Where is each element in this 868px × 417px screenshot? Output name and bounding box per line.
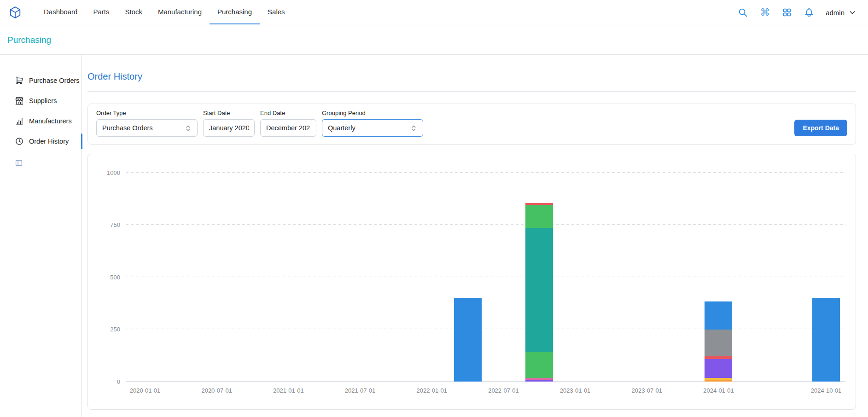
sidebar-item-order-history[interactable]: Order History bbox=[0, 131, 82, 151]
chart-bar-segment bbox=[705, 359, 732, 378]
x-axis-tick: 2024-10-01 bbox=[811, 387, 842, 394]
chart-bar[interactable] bbox=[454, 298, 482, 382]
x-axis-tick: 2020-07-01 bbox=[201, 387, 232, 394]
grouping-period-value: Quarterly bbox=[328, 124, 355, 132]
start-date-label: Start Date bbox=[203, 110, 255, 116]
tab-dashboard[interactable]: Dashboard bbox=[36, 0, 85, 24]
x-axis-tick: 2022-07-01 bbox=[488, 387, 519, 394]
select-chevrons-icon bbox=[410, 125, 417, 132]
building-store-icon bbox=[15, 96, 24, 105]
y-axis-tick: 1000 bbox=[107, 169, 120, 176]
command-spotlight-icon[interactable]: ⌘ bbox=[759, 7, 770, 18]
order-history-chart: 2020-01-012020-07-012021-01-012021-07-01… bbox=[96, 165, 847, 401]
grouping-period-field: Grouping Period Quarterly bbox=[322, 110, 423, 137]
navbar-actions: ⌘ admin bbox=[737, 7, 856, 18]
end-date-field: End Date bbox=[260, 110, 316, 137]
chart-bar-segment bbox=[525, 352, 553, 378]
chart-bar-segment bbox=[705, 301, 732, 330]
sidebar-item-label: Suppliers bbox=[29, 97, 57, 104]
end-date-input[interactable] bbox=[260, 119, 316, 137]
sidebar-item-label: Manufacturers bbox=[29, 117, 72, 125]
bar-chart-icon bbox=[15, 116, 24, 126]
chart-bar-segment bbox=[812, 298, 840, 382]
sidebar-item-manufacturers[interactable]: Manufacturers bbox=[0, 111, 82, 131]
sidebar-collapse-icon[interactable] bbox=[15, 159, 23, 167]
sidebar-item-purchase-orders[interactable]: Purchase Orders bbox=[0, 70, 82, 91]
tab-stock[interactable]: Stock bbox=[117, 0, 150, 24]
order-type-label: Order Type bbox=[96, 110, 198, 116]
export-data-button[interactable]: Export Data bbox=[794, 120, 847, 136]
order-type-field: Order Type Purchase Orders bbox=[96, 110, 198, 137]
y-axis-tick: 0 bbox=[117, 378, 120, 385]
x-axis-tick: 2022-01-01 bbox=[416, 387, 447, 394]
chart-bar[interactable] bbox=[525, 203, 553, 382]
x-axis-tick: 2020-01-01 bbox=[130, 387, 161, 394]
sidebar-item-suppliers[interactable]: Suppliers bbox=[0, 91, 82, 111]
section-divider bbox=[87, 91, 856, 92]
chart-bar-segment bbox=[454, 298, 482, 382]
notifications-bell-icon[interactable] bbox=[804, 7, 815, 18]
chevron-down-icon bbox=[849, 9, 856, 16]
chart-plot: 2020-01-012020-07-012021-01-012021-07-01… bbox=[126, 165, 845, 382]
shopping-cart-icon bbox=[15, 76, 24, 85]
filter-card: Order Type Purchase Orders Start Date En… bbox=[87, 104, 856, 145]
main-panel: Order History Order Type Purchase Orders… bbox=[82, 55, 868, 417]
chart-bar[interactable] bbox=[705, 301, 732, 382]
tab-parts[interactable]: Parts bbox=[85, 0, 117, 24]
x-axis-tick: 2021-07-01 bbox=[345, 387, 376, 394]
tab-sales[interactable]: Sales bbox=[260, 0, 293, 24]
chart-inner: 2020-01-012020-07-012021-01-012021-07-01… bbox=[145, 165, 826, 382]
search-icon[interactable] bbox=[737, 7, 748, 18]
end-date-label: End Date bbox=[260, 110, 316, 116]
grouping-period-label: Grouping Period bbox=[322, 110, 423, 116]
tab-manufacturing[interactable]: Manufacturing bbox=[150, 0, 210, 24]
x-axis-tick: 2023-07-01 bbox=[632, 387, 663, 394]
purchasing-sidebar: Purchase Orders Suppliers Manufacturers … bbox=[0, 55, 82, 417]
chart-bar-segment bbox=[705, 380, 732, 382]
order-type-value: Purchase Orders bbox=[102, 124, 153, 132]
breadcrumb-bar: Purchasing bbox=[0, 25, 868, 55]
y-axis-tick: 500 bbox=[110, 273, 120, 280]
start-date-input[interactable] bbox=[203, 119, 255, 137]
x-axis-tick: 2021-01-01 bbox=[273, 387, 304, 394]
chart-card: 2020-01-012020-07-012021-01-012021-07-01… bbox=[87, 154, 856, 410]
user-menu[interactable]: admin bbox=[826, 9, 856, 17]
app-logo[interactable] bbox=[8, 6, 22, 19]
barcode-scan-icon[interactable] bbox=[781, 7, 792, 18]
content-area: Purchase Orders Suppliers Manufacturers … bbox=[0, 55, 868, 417]
page-title: Order History bbox=[87, 71, 856, 82]
chart-bar-segment bbox=[705, 330, 732, 356]
chart-bar[interactable] bbox=[812, 298, 840, 382]
start-date-field: Start Date bbox=[203, 110, 255, 137]
x-axis-tick: 2023-01-01 bbox=[560, 387, 591, 394]
sidebar-item-label: Order History bbox=[29, 138, 69, 145]
breadcrumb[interactable]: Purchasing bbox=[7, 35, 51, 45]
username: admin bbox=[826, 9, 845, 17]
tab-purchasing[interactable]: Purchasing bbox=[210, 0, 260, 24]
chart-bar-segment bbox=[525, 380, 553, 382]
y-axis-tick: 750 bbox=[110, 221, 120, 228]
history-clock-icon bbox=[15, 137, 24, 146]
main-tabs: Dashboard Parts Stock Manufacturing Purc… bbox=[36, 0, 293, 25]
chart-bar-segment bbox=[525, 205, 553, 228]
select-chevrons-icon bbox=[185, 125, 192, 132]
grouping-period-select[interactable]: Quarterly bbox=[322, 119, 423, 137]
order-type-select[interactable]: Purchase Orders bbox=[96, 119, 198, 137]
chart-bar-segment bbox=[525, 228, 553, 352]
top-navbar: Dashboard Parts Stock Manufacturing Purc… bbox=[0, 0, 868, 25]
sidebar-item-label: Purchase Orders bbox=[29, 77, 80, 84]
x-axis-tick: 2024-01-01 bbox=[703, 387, 734, 394]
y-axis-tick: 250 bbox=[110, 326, 120, 333]
